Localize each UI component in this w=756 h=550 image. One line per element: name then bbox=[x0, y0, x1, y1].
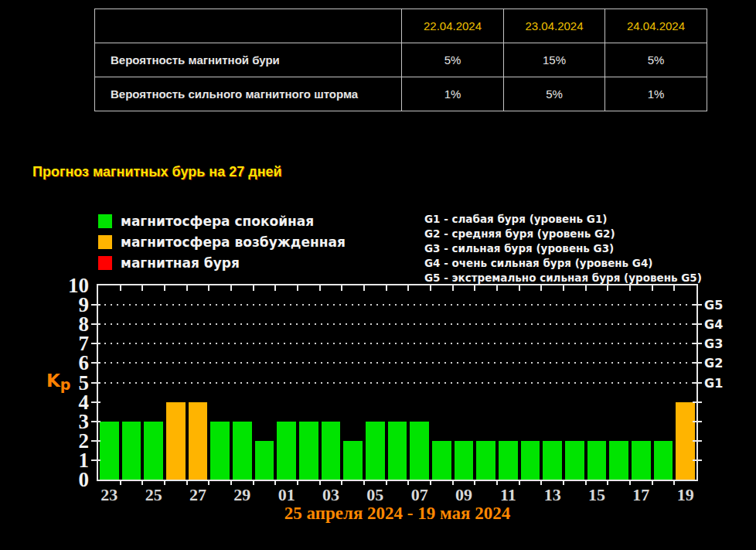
bar-slot bbox=[231, 285, 254, 480]
row-value: 15% bbox=[504, 43, 605, 77]
top-axis-tick bbox=[673, 285, 675, 291]
y-tick-label: 8 bbox=[79, 314, 90, 335]
x-tick-label: 11 bbox=[500, 485, 516, 505]
kp-bar-23 bbox=[100, 422, 119, 480]
y-tick-label: 2 bbox=[79, 430, 90, 451]
kp-bar-24 bbox=[122, 422, 141, 480]
x-tick-label: 27 bbox=[189, 485, 206, 505]
bar-slot bbox=[254, 285, 276, 480]
kp-bar-12 bbox=[521, 441, 540, 480]
kp-bar-02 bbox=[299, 422, 318, 480]
top-axis-tick bbox=[407, 285, 409, 291]
x-tick-label: 07 bbox=[411, 485, 428, 505]
top-axis-tick bbox=[496, 285, 498, 291]
kp-bar-26 bbox=[166, 402, 186, 480]
bar-slot bbox=[652, 285, 675, 480]
top-axis-tick bbox=[585, 285, 587, 291]
left-axis-tick bbox=[91, 323, 100, 325]
y-tick-label: 6 bbox=[79, 353, 90, 374]
kp-bar-14 bbox=[565, 441, 584, 480]
top-axis-tick bbox=[519, 285, 520, 291]
kp-axis-label: Kp bbox=[46, 371, 70, 391]
legend-item: магнитосфера спокойная bbox=[98, 210, 346, 231]
y-tick-label: 0 bbox=[79, 470, 90, 490]
right-axis-tick bbox=[693, 401, 702, 403]
row-label: Вероятность магнитной бури bbox=[95, 43, 402, 77]
x-tick-label: 01 bbox=[278, 485, 295, 505]
top-axis-tick bbox=[430, 285, 431, 291]
bar-slot bbox=[519, 285, 542, 480]
bar-slot bbox=[275, 285, 298, 480]
top-axis-tick bbox=[363, 285, 365, 291]
kp-bar-18 bbox=[654, 441, 673, 480]
bar-slot bbox=[564, 285, 586, 480]
row-label: Вероятность сильного магнитного шторма bbox=[95, 77, 402, 111]
g-level-label: G2 bbox=[704, 356, 723, 371]
x-tick-label: 05 bbox=[366, 485, 383, 505]
left-axis-tick bbox=[91, 382, 100, 384]
top-axis-tick bbox=[208, 285, 209, 291]
x-tick-label: 25 bbox=[145, 485, 162, 505]
y-tick-label: 9 bbox=[79, 295, 90, 316]
bar-slot bbox=[121, 285, 143, 480]
legend-item: магнитная буря bbox=[98, 252, 346, 273]
top-axis-tick bbox=[452, 285, 454, 291]
x-tick-label: 23 bbox=[100, 485, 117, 505]
right-axis-tick bbox=[693, 459, 702, 461]
legend-swatch-quiet bbox=[98, 214, 112, 228]
kp-bar-05 bbox=[366, 422, 385, 480]
storm-level-line: G4 - очень сильная буря (уровень G4) bbox=[424, 256, 702, 271]
right-axis-tick bbox=[693, 304, 702, 306]
kp-bar-16 bbox=[609, 441, 628, 480]
bar-slot bbox=[187, 285, 209, 480]
top-axis-tick bbox=[652, 285, 653, 291]
x-tick-label: 13 bbox=[544, 485, 561, 505]
kp-bar-09 bbox=[455, 441, 474, 480]
row-value: 5% bbox=[402, 43, 504, 77]
kp-bar-03 bbox=[322, 422, 341, 480]
kp-bar-27 bbox=[189, 402, 208, 480]
storm-level-line: G2 - средняя буря (уровень G2) bbox=[424, 227, 702, 241]
kp-bar-chart bbox=[97, 284, 698, 481]
bar-slot bbox=[630, 285, 652, 480]
page: 22.04.2024 23.04.2024 24.04.2024 Вероятн… bbox=[0, 0, 756, 550]
right-axis-tick bbox=[693, 382, 702, 384]
row-value: 1% bbox=[402, 77, 504, 111]
x-axis-labels: 2325272901030507091113151719 bbox=[97, 485, 698, 505]
kp-bar-06 bbox=[388, 422, 407, 480]
bar-slot bbox=[209, 285, 231, 480]
section-title: Прогноз магнитных бурь на 27 дней bbox=[32, 164, 282, 180]
y-tick-label: 1 bbox=[79, 449, 90, 470]
bar-slot bbox=[320, 285, 342, 480]
y-tick-label: 7 bbox=[79, 333, 90, 354]
left-axis-tick bbox=[91, 362, 100, 364]
g-level-label: G1 bbox=[704, 375, 723, 390]
top-axis-tick bbox=[540, 285, 542, 291]
top-axis-tick bbox=[319, 285, 321, 291]
kp-bar-13 bbox=[543, 441, 562, 480]
left-axis-tick bbox=[91, 440, 100, 442]
bar-slot bbox=[586, 285, 608, 480]
table-header-date: 24.04.2024 bbox=[605, 9, 707, 43]
bar-slot bbox=[165, 285, 187, 480]
x-tick-label: 17 bbox=[632, 485, 649, 505]
legend-swatch-storm bbox=[98, 256, 112, 270]
top-axis-tick bbox=[230, 285, 232, 291]
kp-bar-28 bbox=[210, 422, 230, 480]
legend-swatch-excited bbox=[98, 235, 112, 249]
top-axis-tick bbox=[386, 285, 387, 291]
y-tick-label: 3 bbox=[79, 411, 90, 432]
kp-bar-04 bbox=[343, 441, 363, 480]
legend-label: магнитосфера возбужденная bbox=[121, 234, 346, 250]
top-axis-tick bbox=[297, 285, 298, 291]
row-value: 5% bbox=[605, 43, 707, 77]
bar-slot bbox=[142, 285, 165, 480]
chart-legend: магнитосфера спокойнаямагнитосфера возбу… bbox=[98, 210, 346, 273]
top-axis-tick bbox=[341, 285, 342, 291]
bar-slot bbox=[497, 285, 519, 480]
left-axis-tick bbox=[91, 343, 100, 344]
kp-bar-15 bbox=[587, 441, 607, 480]
row-value: 1% bbox=[605, 77, 707, 111]
bar-slot bbox=[364, 285, 387, 480]
bar-slot bbox=[541, 285, 564, 480]
